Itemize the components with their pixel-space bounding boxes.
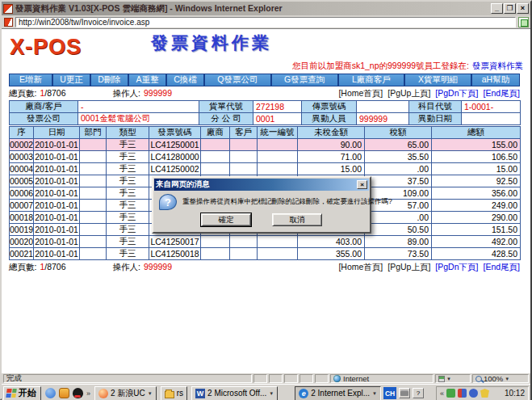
table-cell — [80, 224, 107, 236]
tray-icon[interactable] — [480, 389, 489, 398]
qq-icon[interactable] — [73, 388, 83, 398]
nav-link[interactable]: [PgUp上頁] — [387, 88, 430, 99]
minimize-icon[interactable]: _ — [491, 3, 503, 14]
column-header: 未稅金額 — [298, 127, 365, 139]
table-row[interactable]: 000032010-01-01手三LC4128000071.0035.50106… — [10, 151, 521, 163]
column-header: 日期 — [34, 127, 80, 139]
voucher-field[interactable] — [357, 101, 409, 113]
uc-icon — [98, 389, 108, 398]
table-cell — [230, 163, 258, 175]
table-cell: 65.00 — [365, 139, 432, 151]
toolbar-button-3[interactable]: D刪除 — [91, 74, 128, 86]
dialog-titlebar: 来自网页的消息 × — [154, 179, 369, 191]
taskbar: 开始 » 2 新浪UC▼rsW2 Microsoft Off...▼e2 Int… — [2, 384, 530, 400]
vendor-field[interactable]: - — [78, 101, 199, 113]
toolbar-button-2[interactable]: U更正 — [53, 74, 90, 86]
close-icon[interactable]: × — [517, 3, 529, 14]
page-icon[interactable] — [518, 17, 529, 27]
table-cell — [230, 151, 258, 163]
table-cell: 手三 — [107, 151, 149, 163]
toolbar-button-4[interactable]: A重整 — [129, 74, 165, 86]
dropdown-arrow-icon[interactable]: ▼ — [372, 391, 377, 396]
table-cell: 手三 — [107, 236, 149, 248]
toolbar-button-1[interactable]: E增新 — [10, 74, 52, 86]
url-input[interactable]: http://win2008/tw/Invoice/invoice.asp — [15, 17, 516, 27]
nav-link[interactable]: [End尾頁] — [483, 262, 520, 273]
mod-date-label: 異動日期 — [409, 113, 462, 125]
table-cell: 92.50 — [432, 175, 521, 187]
toolbar: E增新U更正D刪除A重整C換檔Q發票公司G發票查詢L廠商客戶X貨單明細aH幫助 — [9, 74, 520, 86]
table-cell: 00019 — [10, 224, 34, 236]
quicklaunch-app-icon[interactable] — [59, 388, 69, 398]
nav-link[interactable]: [PgUp上頁] — [387, 262, 430, 273]
table-cell: 00004 — [10, 163, 34, 175]
quicklaunch-messenger-icon[interactable] — [45, 388, 56, 398]
mod-date-field[interactable] — [462, 113, 521, 125]
table-cell — [230, 139, 258, 151]
titlebar: 發票資料作業 V1.03[X-POS 雲端商務網] - Windows Inte… — [2, 2, 530, 15]
table-cell: 00002* — [10, 139, 34, 151]
table-row[interactable]: 000212010-01-01手三LC41250018355.0073.5042… — [10, 248, 521, 260]
tray-icon[interactable] — [458, 389, 467, 398]
page-title: 發票資料作業 — [151, 32, 272, 54]
account-label: 科目代號 — [409, 101, 462, 113]
toolbar-button-8[interactable]: L廠商客戶 — [339, 74, 404, 86]
tray-icon[interactable] — [469, 389, 478, 398]
dropdown-arrow-icon[interactable]: ▼ — [148, 391, 153, 396]
ie-icon: e — [299, 389, 308, 398]
table-cell — [80, 175, 107, 187]
table-cell: 355.00 — [298, 248, 365, 260]
table-cell: 00005 — [10, 175, 34, 187]
nav-link[interactable]: [PgDn下頁] — [435, 88, 478, 99]
table-row[interactable]: 000042010-01-01手三LC4125000215.00.0015.00 — [10, 163, 521, 175]
column-header: 客戶 — [230, 127, 258, 139]
taskbar-button-1[interactable]: 2 新浪UC▼ — [94, 386, 157, 400]
ok-button[interactable]: 確定 — [201, 213, 251, 226]
toolbar-button-7[interactable]: G發票查詢 — [272, 74, 337, 86]
modifier-field[interactable]: 999999 — [357, 113, 409, 125]
xpos-logo: X-POS — [10, 35, 82, 60]
account-field[interactable]: 1-0001- — [462, 101, 521, 113]
cancel-button[interactable]: 取消 — [272, 213, 322, 226]
tray-icon[interactable] — [492, 389, 501, 398]
toolbar-button-6[interactable]: Q發票公司 — [205, 74, 270, 86]
language-indicator[interactable]: CH — [383, 387, 396, 399]
table-cell — [80, 163, 107, 175]
taskbar-button-2[interactable]: rs — [161, 386, 187, 400]
protected-mode-control[interactable]: ▼ — [435, 374, 471, 383]
tray-icon[interactable] — [446, 389, 455, 398]
table-cell: 2010-01-01 — [34, 175, 80, 187]
invoice-form: 廠商/客戶 - 貨單代號 272198 傳票號碼 科目代號 1-0001- 發票… — [9, 100, 521, 125]
nav-link[interactable]: [PgDn下頁] — [435, 262, 478, 273]
printer-icon[interactable] — [399, 388, 410, 398]
dropdown-arrow-icon[interactable]: ▼ — [269, 391, 274, 396]
toolbar-button-9[interactable]: X貨單明細 — [405, 74, 471, 86]
nav-link[interactable]: [Home首頁] — [338, 88, 383, 99]
webpage-message-dialog: 来自网页的消息 × ? 重整操作將從資料庫中把標記刪除的記錄刪除，確定要進行該操… — [152, 176, 371, 234]
toolbar-button-10[interactable]: aH幫助 — [472, 74, 519, 86]
zoom-control[interactable]: 100% ▼ — [472, 374, 529, 383]
quicklaunch-chevron-icon[interactable]: » — [86, 389, 90, 398]
company-field[interactable]: 0001金鬆電腦公司 — [78, 113, 199, 125]
help-icon[interactable]: ? — [413, 388, 424, 398]
taskbar-button-4[interactable]: e2 Internet Expl...▼ — [295, 386, 381, 400]
start-button[interactable]: 开始 — [3, 386, 41, 400]
nav-link[interactable]: [Home首頁] — [338, 262, 383, 273]
nav-link[interactable]: [End尾頁] — [483, 88, 520, 99]
table-row[interactable]: 00002*2010-01-01手三LC4125000190.0065.0015… — [10, 139, 521, 151]
toolbar-button-5[interactable]: C換檔 — [167, 74, 203, 86]
dialog-close-icon[interactable]: × — [357, 180, 367, 189]
taskbar-button-3[interactable]: W2 Microsoft Off...▼ — [191, 386, 278, 400]
table-cell — [80, 212, 107, 224]
doc-code-field[interactable]: 272198 — [253, 101, 302, 113]
table-cell — [201, 163, 230, 175]
table-cell — [80, 236, 107, 248]
restore-icon[interactable]: ❐ — [504, 3, 516, 14]
table-cell — [80, 151, 107, 163]
table-row[interactable]: 000202010-01-01手三LC41250017403.0089.0049… — [10, 236, 521, 248]
table-cell: 71.00 — [298, 151, 365, 163]
table-cell: 37.50 — [365, 175, 432, 187]
table-cell: 89.00 — [365, 236, 432, 248]
branch-field[interactable]: 0001 — [253, 113, 302, 125]
tray-chevron-icon[interactable]: « — [440, 389, 444, 398]
